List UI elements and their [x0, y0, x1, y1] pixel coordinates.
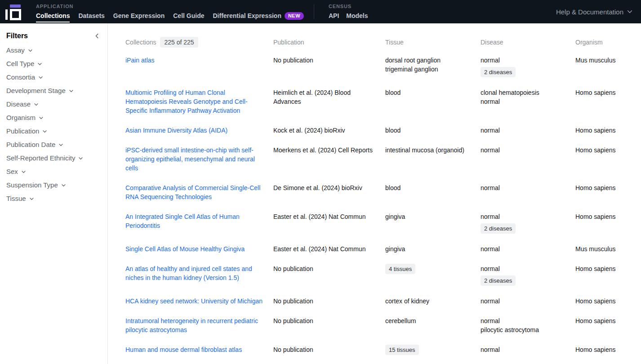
collection-link[interactable]: An atlas of healthy and injured cell sta… — [125, 265, 252, 281]
filter-organism[interactable]: Organism — [6, 111, 101, 124]
disease-count-badge: 2 diseases — [481, 223, 516, 234]
logo-left-bar — [5, 9, 8, 20]
filter-assay[interactable]: Assay — [6, 43, 101, 57]
organism-value: Homo sapiens — [575, 88, 623, 97]
filter-label: Organism — [6, 114, 36, 121]
tissue-cell: blood — [385, 88, 481, 115]
chevron-down-icon — [21, 169, 26, 174]
organism-cell: Mus musculus — [575, 244, 623, 253]
column-header-collections: Collections — [125, 39, 156, 46]
filter-development-stage[interactable]: Development Stage — [6, 84, 101, 97]
tissue-cell: 4 tissues — [385, 264, 481, 286]
filter-publication-date[interactable]: Publication Date — [6, 138, 101, 151]
logo-square — [10, 9, 21, 20]
nav-item-api[interactable]: API — [329, 12, 339, 22]
collection-link[interactable]: iPain atlas — [125, 57, 155, 64]
sidebar-collapse-button[interactable] — [93, 32, 101, 40]
organism-value: Homo sapiens — [575, 126, 623, 135]
disease-value: normal — [481, 126, 566, 135]
organism-cell: Homo sapiens — [575, 297, 623, 306]
table-row: An atlas of healthy and injured cell sta… — [125, 259, 623, 291]
chevron-down-icon — [69, 89, 74, 93]
organism-value: Mus musculus — [575, 244, 623, 253]
disease-value: normal — [481, 97, 566, 106]
collection-link[interactable]: HCA kidney seed network: University of M… — [125, 297, 263, 305]
publication-cell: No publication — [273, 297, 385, 306]
disease-value: normal — [481, 316, 566, 325]
collection-link[interactable]: Multiomic Profiling of Human Clonal Hema… — [125, 89, 248, 114]
tissue-cell: cerebellum — [385, 316, 481, 334]
tissue-value: dorsal root ganglion — [385, 56, 472, 65]
organism-value: Homo sapiens — [575, 345, 623, 354]
chevron-down-icon — [42, 129, 47, 134]
organism-value: Homo sapiens — [575, 297, 623, 306]
tissue-cell: dorsal root gangliontrigeminal ganglion — [385, 56, 481, 77]
filter-tissue[interactable]: Tissue — [6, 191, 101, 205]
filter-self-reported-ethnicity[interactable]: Self-Reported Ethnicity — [6, 151, 101, 164]
help-documentation-label: Help & Documentation — [556, 8, 623, 16]
nav-item-cell-guide[interactable]: Cell Guide — [173, 12, 204, 22]
publication-cell: No publication — [273, 264, 385, 286]
collection-link[interactable]: iPSC-derived small intestine-on-chip wit… — [125, 146, 255, 172]
nav-item-label: Datasets — [78, 12, 104, 20]
disease-value: normal — [481, 146, 566, 155]
table-row: Comparative Analysis of Commercial Singl… — [125, 178, 623, 207]
nav-item-label: Differential Expression — [213, 12, 281, 20]
table-row: Asian Immune Diversity Atlas (AIDA)Kock … — [125, 120, 623, 140]
column-header-publication: Publication — [273, 39, 385, 46]
organism-cell: Homo sapiens — [575, 345, 623, 355]
disease-value: normal — [481, 264, 566, 273]
publication-cell: Easter et al. (2024) Nat Commun — [273, 244, 385, 253]
organism-cell: Homo sapiens — [575, 264, 623, 286]
tissue-value: blood — [385, 183, 472, 192]
tissue-value: intestinal mucosa (organoid) — [385, 146, 472, 155]
table-row: An Integrated Single Cell Atlas of Human… — [125, 207, 623, 239]
organism-cell: Homo sapiens — [575, 88, 623, 115]
publication-cell: Easter et al. (2024) Nat Commun — [273, 212, 385, 234]
tissue-cell: cortex of kidney — [385, 297, 481, 306]
publication-cell: No publication — [273, 56, 385, 77]
collection-link[interactable]: Single Cell Atlas of Mouse Healthy Gingi… — [125, 245, 245, 253]
tissue-value: trigeminal ganglion — [385, 65, 472, 74]
nav-item-datasets[interactable]: Datasets — [78, 12, 104, 22]
chevron-down-icon — [29, 196, 34, 201]
tissue-value: gingiva — [385, 212, 472, 221]
disease-count-badge: 2 diseases — [481, 67, 516, 77]
help-documentation-menu[interactable]: Help & Documentation — [556, 8, 633, 16]
nav-item-collections[interactable]: Collections — [36, 12, 70, 22]
filter-label: Publication — [6, 127, 39, 135]
census-label: CENSUS — [329, 4, 368, 9]
table-row: iPSC-derived small intestine-on-chip wit… — [125, 140, 623, 178]
organism-value: Mus musculus — [575, 56, 623, 65]
filter-disease[interactable]: Disease — [6, 97, 101, 111]
collection-link[interactable]: Human and mouse dermal fibroblast atlas — [125, 346, 242, 353]
collections-count-badge: 225 of 225 — [160, 37, 198, 48]
disease-value: normal — [481, 297, 566, 306]
filter-consortia[interactable]: Consortia — [6, 70, 101, 84]
disease-value: clonal hematopoiesis — [481, 88, 566, 97]
publication-cell: Kock et al. (2024) bioRxiv — [273, 126, 385, 135]
cellxgene-logo[interactable] — [5, 3, 22, 21]
filter-cell-type[interactable]: Cell Type — [6, 57, 101, 70]
application-nav-group: APPLICATION CollectionsDatasetsGene Expr… — [36, 0, 304, 23]
nav-item-models[interactable]: Models — [346, 12, 368, 22]
chevron-down-icon — [58, 142, 63, 147]
filter-publication[interactable]: Publication — [6, 124, 101, 138]
app-header: APPLICATION CollectionsDatasetsGene Expr… — [0, 0, 641, 23]
nav-item-differential-expression[interactable]: Differential ExpressionNEW — [213, 12, 303, 22]
filter-suspension-type[interactable]: Suspension Type — [6, 178, 101, 191]
tissue-value: cerebellum — [385, 316, 472, 325]
filter-sex[interactable]: Sex — [6, 164, 101, 178]
disease-cell: normal — [481, 297, 575, 306]
disease-count-badge: 2 diseases — [481, 275, 516, 286]
collection-link[interactable]: Comparative Analysis of Commercial Singl… — [125, 184, 260, 200]
nav-item-gene-expression[interactable]: Gene Expression — [113, 12, 165, 22]
filters-title: Filters — [6, 32, 28, 40]
new-badge: NEW — [285, 12, 304, 20]
collection-link[interactable]: Intratumoral heterogeneity in recurrent … — [125, 317, 258, 333]
publication-cell: Heimlich et al. (2024) Blood Advances — [273, 88, 385, 115]
collection-link[interactable]: Asian Immune Diversity Atlas (AIDA) — [125, 127, 227, 134]
collection-link[interactable]: An Integrated Single Cell Atlas of Human… — [125, 213, 240, 229]
table-row: HCA kidney seed network: University of M… — [125, 291, 623, 311]
chevron-down-icon — [627, 9, 633, 15]
